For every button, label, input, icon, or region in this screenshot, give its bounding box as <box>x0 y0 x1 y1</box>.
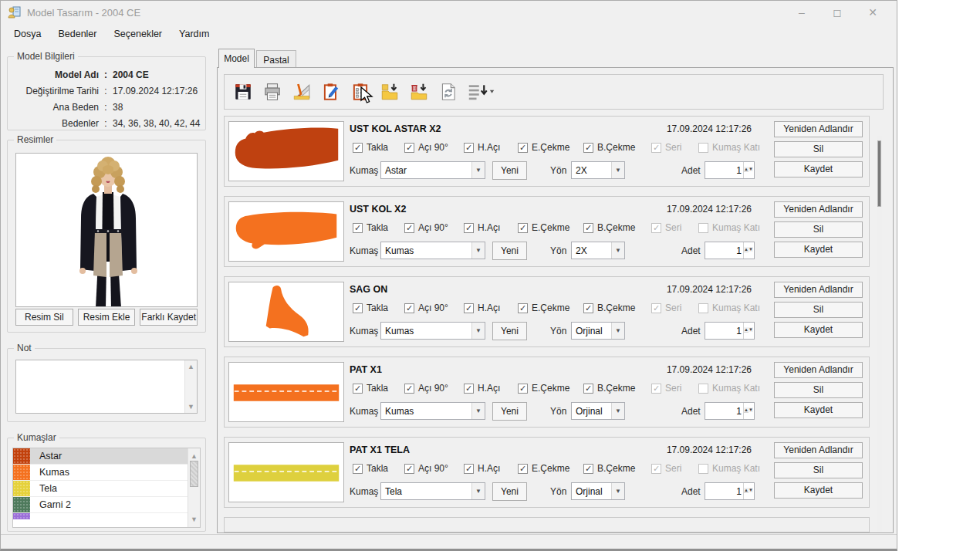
direction-dropdown[interactable]: 2X▼ <box>571 161 625 179</box>
checkbox-box[interactable]: ✓ <box>353 223 363 233</box>
yeniden-adland-r-button[interactable]: Yeniden Adlandır <box>774 442 863 458</box>
qty-spinner[interactable]: 1▲▼ <box>705 402 755 420</box>
new-fabric-button[interactable]: Yeni <box>492 322 527 340</box>
checkbox-takla[interactable]: ✓Takla <box>353 383 388 394</box>
note-scrollbar[interactable]: ▲ ▼ <box>184 360 197 413</box>
fabric-scrollbar[interactable]: ▲ ▼ <box>188 448 200 527</box>
save-icon[interactable] <box>230 79 256 105</box>
tab-model[interactable]: Model <box>218 49 255 68</box>
sil-button[interactable]: Sil <box>774 221 863 238</box>
checkbox-box[interactable]: ✓ <box>518 303 528 313</box>
checkbox-box[interactable]: ✓ <box>464 143 474 153</box>
checkbox-box[interactable]: ✓ <box>404 143 414 153</box>
checkbox-a-90-[interactable]: ✓Açı 90° <box>404 222 448 233</box>
checkbox-box[interactable]: ✓ <box>583 464 593 474</box>
checkbox-takla[interactable]: ✓Takla <box>353 222 388 233</box>
spinner-down-icon[interactable]: ▼ <box>749 407 753 412</box>
direction-dropdown[interactable]: Orjinal▼ <box>571 402 625 420</box>
checkbox-takla[interactable]: ✓Takla <box>353 463 388 474</box>
menu-item-bedenler[interactable]: Bedenler <box>49 25 105 44</box>
fabric-list-item[interactable]: Tela <box>13 481 188 497</box>
resim-ekle-button[interactable]: Resim Ekle <box>78 309 136 326</box>
design-tool-icon[interactable] <box>289 79 315 105</box>
checkbox-box[interactable]: ✓ <box>404 303 414 313</box>
checkbox-h-a-[interactable]: ✓H.Açı <box>464 142 500 153</box>
checkbox-box[interactable]: ✓ <box>583 384 593 394</box>
fabric-dropdown[interactable]: Astar▼ <box>380 161 485 179</box>
sil-button[interactable]: Sil <box>774 462 863 478</box>
new-fabric-button[interactable]: Yeni <box>492 242 527 260</box>
checkbox-b-ekme[interactable]: ✓B.Çekme <box>583 222 635 233</box>
farkl-kaydet-button[interactable]: Farklı Kaydet <box>140 309 198 326</box>
checkbox-box[interactable]: ✓ <box>518 143 528 153</box>
kaydet-button[interactable]: Kaydet <box>774 322 863 338</box>
checkbox-box[interactable]: ✓ <box>464 384 474 394</box>
new-fabric-button[interactable]: Yeni <box>492 482 527 501</box>
pieces-scrollbar[interactable] <box>877 136 882 533</box>
fabric-dropdown[interactable]: Kumas▼ <box>380 402 485 420</box>
chevron-down-icon[interactable]: ▼ <box>611 323 624 339</box>
checkbox-a-90-[interactable]: ✓Açı 90° <box>404 383 448 394</box>
checkbox-b-ekme[interactable]: ✓B.Çekme <box>583 142 635 153</box>
fabric-list-item[interactable]: Kumas <box>13 465 188 481</box>
checkbox-e-ekme[interactable]: ✓E.Çekme <box>518 383 569 394</box>
checkbox-box[interactable]: ✓ <box>404 384 414 394</box>
yeniden-adland-r-button[interactable]: Yeniden Adlandır <box>774 282 863 298</box>
menu-item-yardm[interactable]: Yardım <box>171 25 218 44</box>
fabric-list-item[interactable]: Astar <box>13 448 188 465</box>
scroll-down-icon[interactable]: ▼ <box>188 513 200 526</box>
sil-button[interactable]: Sil <box>774 302 863 318</box>
menu-item-dosya[interactable]: Dosya <box>5 25 49 44</box>
spinner-down-icon[interactable]: ▼ <box>749 247 753 252</box>
delete-folder-icon[interactable] <box>406 79 432 105</box>
yeniden-adland-r-button[interactable]: Yeniden Adlandır <box>774 201 863 218</box>
qty-spinner[interactable]: 1▲▼ <box>705 242 755 259</box>
minimize-button[interactable]: – <box>784 1 819 24</box>
direction-dropdown[interactable]: Orjinal▼ <box>571 322 625 340</box>
qty-spinner[interactable]: 1▲▼ <box>705 161 755 179</box>
scrollbar-thumb[interactable] <box>877 140 881 207</box>
note-textarea[interactable]: ▲ ▼ <box>15 360 198 414</box>
spinner-down-icon[interactable]: ▼ <box>749 327 753 332</box>
menu-item-seenekler[interactable]: Seçenekler <box>105 25 171 44</box>
chevron-down-icon[interactable]: ▼ <box>471 162 485 178</box>
checkbox-box[interactable]: ✓ <box>353 303 363 313</box>
scrollbar-thumb[interactable] <box>190 461 198 487</box>
fabric-dropdown[interactable]: Kumas▼ <box>380 322 485 340</box>
direction-dropdown[interactable]: Orjinal▼ <box>571 482 625 500</box>
checkbox-a-90-[interactable]: ✓Açı 90° <box>404 303 448 313</box>
chevron-down-icon[interactable]: ▼ <box>611 483 624 499</box>
refresh-document-icon[interactable] <box>435 79 461 105</box>
close-button[interactable]: ✕ <box>855 1 890 24</box>
new-fabric-button[interactable]: Yeni <box>492 402 527 421</box>
checkbox-box[interactable]: ✓ <box>583 143 593 153</box>
checkbox-e-ekme[interactable]: ✓E.Çekme <box>518 303 569 313</box>
checkbox-a-90-[interactable]: ✓Açı 90° <box>404 142 448 153</box>
checkbox-box[interactable]: ✓ <box>583 223 593 233</box>
checkbox-b-ekme[interactable]: ✓B.Çekme <box>583 463 635 474</box>
checkbox-b-ekme[interactable]: ✓B.Çekme <box>583 303 635 313</box>
checkbox-box[interactable]: ✓ <box>464 223 474 233</box>
kaydet-button[interactable]: Kaydet <box>774 402 863 418</box>
fabric-dropdown[interactable]: Tela▼ <box>380 482 485 500</box>
checkbox-h-a-[interactable]: ✓H.Açı <box>464 303 500 313</box>
checkbox-box[interactable]: ✓ <box>353 143 363 153</box>
checkbox-box[interactable]: ✓ <box>404 223 414 233</box>
chevron-down-icon[interactable]: ▼ <box>611 162 624 178</box>
checkbox-takla[interactable]: ✓Takla <box>353 142 388 153</box>
resim-sil-button[interactable]: Resim Sil <box>15 309 73 326</box>
chevron-down-icon[interactable]: ▼ <box>471 483 485 499</box>
checkbox-box[interactable]: ✓ <box>464 303 474 313</box>
checkbox-box[interactable]: ✓ <box>353 384 363 394</box>
checkbox-box[interactable]: ✓ <box>518 223 528 233</box>
chevron-down-icon[interactable]: ▼ <box>611 403 624 419</box>
chevron-down-icon[interactable]: ▼ <box>611 242 624 259</box>
checkbox-box[interactable]: ✓ <box>464 464 474 474</box>
kaydet-button[interactable]: Kaydet <box>774 161 863 177</box>
checkbox-takla[interactable]: ✓Takla <box>353 303 388 313</box>
fabric-list-item[interactable] <box>13 513 188 519</box>
qty-spinner[interactable]: 1▲▼ <box>705 482 755 500</box>
chevron-down-icon[interactable]: ▼ <box>471 403 485 419</box>
yeniden-adland-r-button[interactable]: Yeniden Adlandır <box>774 121 863 137</box>
maximize-button[interactable]: ◻ <box>819 1 855 24</box>
